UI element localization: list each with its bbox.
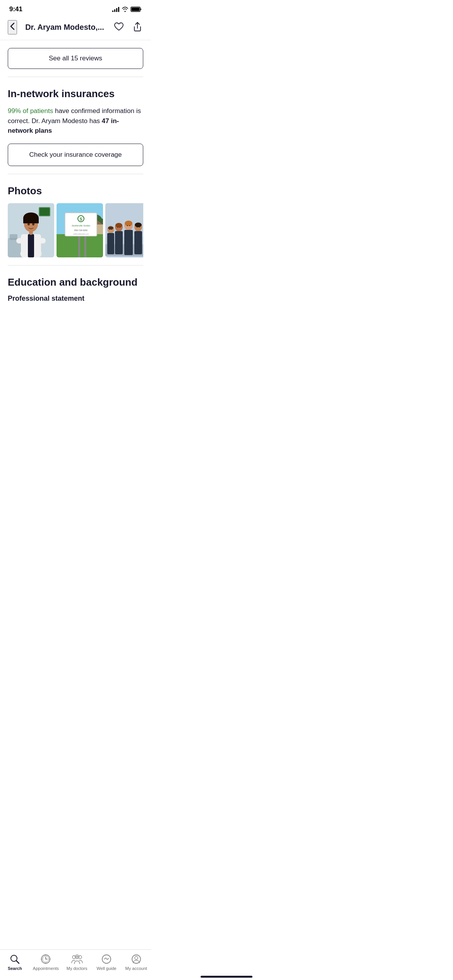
back-button[interactable]	[8, 20, 17, 34]
svg-point-41	[115, 223, 122, 228]
check-insurance-button[interactable]: Check your insurance coverage	[8, 144, 143, 166]
photo-1[interactable]	[8, 203, 54, 257]
svg-text:sicklersvillesmiles.com: sicklersvillesmiles.com	[73, 233, 89, 235]
svg-point-16	[27, 223, 30, 225]
share-icon	[133, 22, 142, 32]
education-section-title: Education and background	[8, 276, 143, 288]
svg-point-38	[108, 226, 113, 230]
header: Dr. Aryam Modesto,...	[0, 16, 151, 40]
header-actions	[112, 20, 143, 34]
see-all-reviews-button[interactable]: See all 15 reviews	[8, 48, 143, 69]
photo-2[interactable]: S Sicklerville Smiles 856-728-9200 sickl…	[57, 203, 103, 257]
svg-point-47	[135, 223, 142, 227]
professional-statement-title: Professional statement	[8, 295, 143, 303]
page-title: Dr. Aryam Modesto,...	[17, 23, 112, 32]
svg-rect-1	[132, 8, 140, 11]
page-wrapper: 9:41	[0, 0, 151, 341]
insurance-highlight: 99% of patients	[8, 107, 53, 115]
status-bar: 9:41	[0, 0, 151, 16]
svg-point-54	[120, 226, 120, 227]
status-icons	[112, 7, 142, 12]
content-area: See all 15 reviews In-network insurances…	[0, 40, 151, 307]
svg-rect-43	[124, 230, 133, 255]
back-chevron-icon	[10, 22, 15, 30]
svg-point-52	[112, 229, 112, 230]
favorite-button[interactable]	[112, 21, 125, 34]
insurance-section-title: In-network insurances	[8, 88, 143, 100]
svg-point-55	[127, 225, 128, 226]
svg-text:Sicklerville Smiles: Sicklerville Smiles	[72, 224, 90, 227]
photo-1-image	[8, 203, 54, 257]
photos-grid: S Sicklerville Smiles 856-728-9200 sickl…	[8, 203, 143, 257]
battery-icon	[131, 7, 142, 12]
wifi-icon	[122, 7, 129, 12]
svg-point-57	[137, 226, 137, 227]
svg-point-51	[109, 229, 110, 230]
heart-icon	[114, 22, 124, 31]
svg-point-56	[129, 225, 130, 226]
svg-point-44	[125, 221, 132, 226]
signal-bars-icon	[112, 7, 119, 12]
photo-3-image	[105, 203, 143, 256]
svg-rect-4	[39, 208, 50, 216]
svg-rect-37	[107, 233, 114, 254]
svg-text:S: S	[80, 217, 82, 221]
education-section: Education and background Professional st…	[0, 266, 151, 307]
share-button[interactable]	[132, 20, 143, 34]
svg-rect-40	[115, 231, 123, 254]
status-time: 9:41	[9, 5, 22, 13]
svg-text:856-728-9200: 856-728-9200	[74, 229, 88, 231]
insurance-description: 99% of patients have confirmed informati…	[8, 106, 143, 136]
photo-3[interactable]	[105, 203, 143, 257]
svg-point-58	[139, 226, 140, 227]
svg-rect-46	[134, 231, 142, 254]
svg-point-17	[32, 223, 34, 225]
insurance-section: In-network insurances 99% of patients ha…	[0, 77, 151, 174]
reviews-section: See all 15 reviews	[0, 40, 151, 77]
photo-2-image: S Sicklerville Smiles 856-728-9200 sickl…	[57, 203, 103, 257]
svg-rect-6	[10, 234, 17, 240]
svg-rect-15	[23, 218, 39, 223]
photos-section-title: Photos	[8, 185, 143, 197]
svg-point-53	[117, 226, 118, 227]
photos-section: Photos	[0, 174, 151, 265]
svg-rect-11	[28, 234, 34, 257]
